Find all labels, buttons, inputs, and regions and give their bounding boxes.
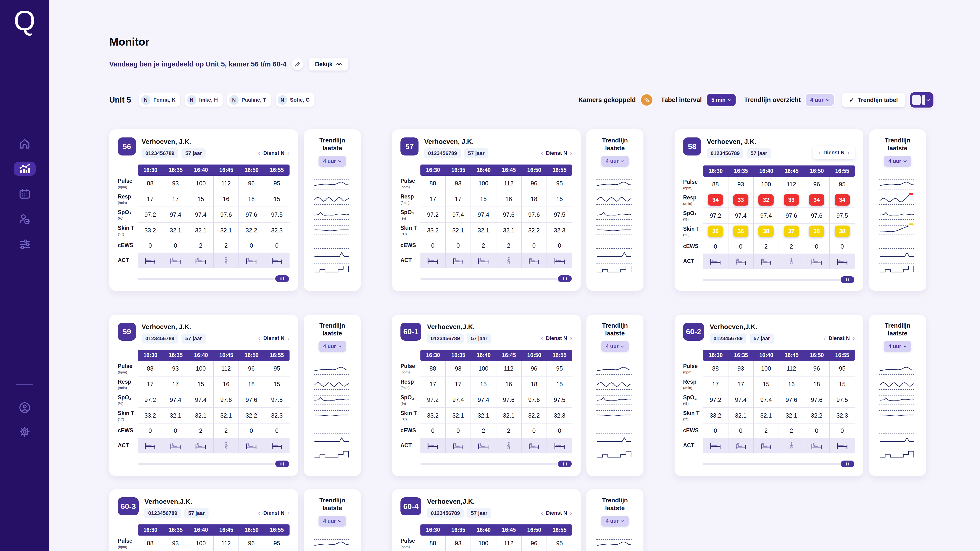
scrollbar-track[interactable] xyxy=(420,463,572,465)
cews-value-cell: 0 xyxy=(522,424,547,438)
room-card[interactable]: 60-4 Verhoeven,J.K. 0123456789 57 jaar ‹… xyxy=(392,489,581,551)
rooms-linked-button[interactable] xyxy=(641,94,652,106)
spark-row-cews xyxy=(313,246,351,260)
chevron-right-icon[interactable]: › xyxy=(287,335,290,341)
chevron-right-icon[interactable]: › xyxy=(848,149,850,156)
trend-period-select[interactable]: 4 uur xyxy=(601,516,629,527)
sidebar-item-calendar[interactable] xyxy=(14,187,36,201)
pause-icon xyxy=(846,278,847,281)
pulse-value-cell: 93 xyxy=(729,176,754,192)
pulse-value-cell: 96 xyxy=(804,361,830,376)
chevron-down-icon xyxy=(728,99,731,101)
sidebar-item-monitor[interactable] xyxy=(14,162,36,176)
skint-value-cell: 32.1 xyxy=(188,408,214,424)
dienst-switcher[interactable]: ‹ Dienst N › xyxy=(824,335,855,341)
time-header-cell: 16:35 xyxy=(446,350,471,361)
vitals-table: 16:3016:3516:4016:4516:5016:55Pulse(bpm)… xyxy=(118,165,290,268)
pause-button[interactable] xyxy=(275,460,289,467)
scrollbar-track[interactable] xyxy=(703,463,855,465)
patient-id-badge: 0123456789 xyxy=(427,333,464,343)
scrollbar-track[interactable] xyxy=(420,278,572,280)
chevron-right-icon[interactable]: › xyxy=(570,335,572,341)
dienst-switcher[interactable]: ‹ Dienst N › xyxy=(258,335,290,341)
spo2-value-cell: 97.5 xyxy=(264,207,290,223)
dienst-switcher[interactable]: ‹ Dienst N › xyxy=(541,510,572,516)
chevron-right-icon[interactable]: › xyxy=(570,150,572,156)
trend-period-select[interactable]: 4 uur xyxy=(601,156,629,167)
skint-value-cell: 36 xyxy=(729,224,754,239)
scrollbar-track[interactable] xyxy=(138,463,290,465)
trend-period-select[interactable]: 4 uur xyxy=(884,156,912,167)
trend-period-select[interactable]: 4 uur xyxy=(884,341,912,352)
view-button[interactable]: Bekijk xyxy=(309,58,348,70)
chevron-right-icon[interactable]: › xyxy=(853,335,855,341)
room-card[interactable]: 58 Verhoeven, J.K. 0123456789 57 jaar ‹ … xyxy=(675,129,863,291)
room-card[interactable]: 60-2 Verhoeven,J.K. 0123456789 57 jaar ‹… xyxy=(675,314,863,476)
resp-value-cell: 34 xyxy=(804,192,830,208)
layout-toggle-button[interactable] xyxy=(910,92,934,108)
skint-value-cell: 32.1 xyxy=(779,408,805,424)
time-header-cell: 16:30 xyxy=(138,350,163,361)
dienst-switcher[interactable]: ‹ Dienst N › xyxy=(541,150,572,156)
scrollbar-track[interactable] xyxy=(703,279,855,281)
trend-period-select[interactable]: 4 uur xyxy=(318,341,346,352)
sidebar-item-profile[interactable] xyxy=(14,401,36,414)
pulse-value-cell: 112 xyxy=(214,176,239,191)
dienst-switcher[interactable]: ‹ Dienst N › xyxy=(258,150,290,156)
trend-period-select[interactable]: 4 uur xyxy=(318,156,346,167)
chevron-left-icon[interactable]: ‹ xyxy=(541,335,543,341)
chevron-left-icon[interactable]: ‹ xyxy=(258,150,260,156)
cews-value-cell: 2 xyxy=(496,424,522,438)
room-card[interactable]: 60-3 Verhoeven,J.K. 0123456789 57 jaar ‹… xyxy=(109,489,298,551)
skint-value-cell: 32.1 xyxy=(214,408,239,424)
nurse-chip[interactable]: NSofie, G xyxy=(276,93,315,106)
spark-row-cews xyxy=(596,430,634,446)
dienst-switcher[interactable]: ‹ Dienst N › xyxy=(541,335,572,341)
cews-value-cell: 0 xyxy=(830,239,855,254)
trend-table-checkbox[interactable]: ✓ Trendlijn tabel xyxy=(842,92,905,107)
chevron-right-icon[interactable]: › xyxy=(287,510,290,516)
pause-button[interactable] xyxy=(841,276,854,283)
chevron-left-icon[interactable]: ‹ xyxy=(258,510,260,516)
pause-button[interactable] xyxy=(558,460,572,467)
trend-period-select[interactable]: 4 uur xyxy=(601,341,629,352)
chevron-left-icon[interactable]: ‹ xyxy=(818,149,820,156)
scrollbar-track[interactable] xyxy=(138,278,290,280)
dienst-switcher[interactable]: ‹ Dienst N › xyxy=(813,146,855,159)
chevron-left-icon[interactable]: ‹ xyxy=(541,510,543,516)
sidebar-item-patient-transfer[interactable] xyxy=(14,212,36,226)
pulse-value-cell: 100 xyxy=(188,535,214,551)
room-card[interactable]: 56 Verhoeven, J.K. 0123456789 57 jaar ‹ … xyxy=(109,129,298,291)
chevron-left-icon[interactable]: ‹ xyxy=(258,335,260,341)
act-value-cell xyxy=(547,252,573,268)
chevron-left-icon[interactable]: ‹ xyxy=(541,150,543,156)
dienst-switcher[interactable]: ‹ Dienst N › xyxy=(258,510,290,516)
pulse-value-cell: 100 xyxy=(188,361,214,376)
trend-overview-select[interactable]: 4 uur xyxy=(806,94,834,106)
pulse-value-cell: 100 xyxy=(754,361,779,376)
table-interval-select[interactable]: 5 min xyxy=(707,94,736,106)
skint-sparkline xyxy=(878,223,916,237)
nurse-chip[interactable]: NPauline, T xyxy=(227,93,271,106)
pause-button[interactable] xyxy=(558,275,572,282)
chevron-right-icon[interactable]: › xyxy=(287,150,290,156)
nurse-chip[interactable]: NImke, H xyxy=(185,93,223,106)
edit-assignment-button[interactable] xyxy=(292,58,304,70)
pause-button[interactable] xyxy=(841,460,854,467)
room-card[interactable]: 60-1 Verhoeven,J.K. 0123456789 57 jaar ‹… xyxy=(392,314,581,476)
room-card[interactable]: 57 Verhoeven, J.K. 0123456789 57 jaar ‹ … xyxy=(392,129,581,291)
chevron-left-icon[interactable]: ‹ xyxy=(824,335,826,341)
skint-value-cell: 32.1 xyxy=(496,408,522,424)
resp-sparkline xyxy=(313,378,351,391)
pause-icon xyxy=(563,277,564,280)
pause-button[interactable] xyxy=(275,275,289,282)
patient-id-badge: 0123456789 xyxy=(710,333,746,343)
room-card[interactable]: 59 Verhoeven, J.K. 0123456789 57 jaar ‹ … xyxy=(109,314,298,476)
sidebar-item-settings[interactable] xyxy=(14,425,36,439)
sidebar-item-home[interactable] xyxy=(14,137,36,151)
nurse-chip[interactable]: NFenna, K xyxy=(139,93,180,106)
trend-period-select[interactable]: 4 uur xyxy=(318,516,346,527)
chevron-right-icon[interactable]: › xyxy=(570,510,572,516)
sidebar-item-filters[interactable] xyxy=(14,237,36,251)
skint-alert-badge: 36 xyxy=(733,225,748,237)
